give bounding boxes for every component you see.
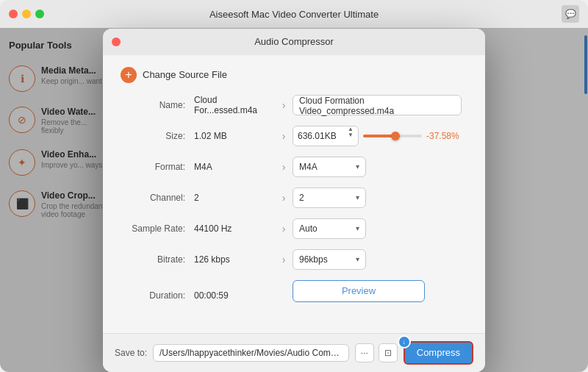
format-label: Format: bbox=[121, 162, 194, 172]
add-icon: + bbox=[121, 67, 137, 83]
slider-thumb[interactable] bbox=[391, 132, 400, 140]
preview-button[interactable]: Preview bbox=[293, 280, 425, 302]
channel-label: Channel: bbox=[121, 193, 194, 203]
bitrate-label: Bitrate: bbox=[121, 254, 194, 265]
name-value: Cloud For...essed.m4a bbox=[194, 95, 275, 115]
chevron-down-icon: ▾ bbox=[356, 193, 359, 201]
main-content: Popular Tools ℹ Media Meta... Keep origi… bbox=[0, 28, 588, 372]
bitrate-row: Bitrate: 126 kbps › 96kbps ▾ bbox=[121, 249, 467, 270]
name-row: Name: Cloud For...essed.m4a › Cloud Form… bbox=[121, 95, 467, 115]
size-arrow: › bbox=[275, 130, 293, 142]
chat-icon[interactable]: 💬 bbox=[562, 5, 579, 23]
duration-label: Duration: bbox=[121, 290, 194, 301]
size-slider[interactable] bbox=[363, 135, 422, 137]
bitrate-value: 126 kbps bbox=[194, 254, 275, 265]
channel-row: Channel: 2 › 2 ▾ bbox=[121, 187, 467, 208]
format-row: Format: M4A › M4A ▾ bbox=[121, 157, 467, 177]
chevron-down-icon: ▾ bbox=[356, 224, 359, 232]
footer-icons: ··· ⊡ bbox=[355, 343, 398, 362]
window-controls bbox=[9, 10, 44, 18]
modal-overlay: Audio Compressor + Change Source File Na… bbox=[0, 28, 588, 372]
dots-icon-button[interactable]: ··· bbox=[355, 343, 374, 362]
duration-value: 00:00:59 bbox=[194, 290, 275, 301]
maximize-dot[interactable] bbox=[35, 10, 44, 18]
name-label: Name: bbox=[121, 100, 194, 110]
save-path[interactable]: /Users/lhappyacethinker/Movies/Audio Com… bbox=[153, 344, 349, 362]
format-select[interactable]: M4A ▾ bbox=[293, 157, 366, 177]
name-output-input[interactable]: Cloud Formation Video_compressed.m4a bbox=[293, 95, 462, 115]
folder-icon-button[interactable]: ⊡ bbox=[379, 343, 398, 362]
compress-button[interactable]: Compress bbox=[404, 341, 473, 365]
modal-title-bar: Audio Compressor bbox=[103, 29, 485, 55]
sample-rate-select[interactable]: Auto ▾ bbox=[293, 218, 366, 239]
slider-track bbox=[363, 135, 422, 137]
size-percent: -37.58% bbox=[426, 131, 459, 141]
size-row: Size: 1.02 MB › 636.01KB ▲ ▼ bbox=[121, 126, 467, 146]
bitrate-select[interactable]: 96kbps ▾ bbox=[293, 249, 366, 270]
duration-row: Duration: 00:00:59 › Preview bbox=[121, 280, 467, 311]
modal-body: + Change Source File Name: Cloud For...e… bbox=[103, 55, 485, 333]
size-stepper[interactable]: ▲ ▼ bbox=[348, 126, 354, 146]
chevron-down-icon: ▾ bbox=[356, 255, 359, 263]
compress-button-wrapper: ↓ Compress bbox=[404, 341, 473, 365]
audio-compressor-modal: Audio Compressor + Change Source File Na… bbox=[103, 29, 485, 372]
close-dot[interactable] bbox=[9, 10, 18, 18]
chevron-down-icon: ▾ bbox=[356, 162, 359, 171]
modal-close-button[interactable] bbox=[112, 37, 121, 46]
app-title: Aiseesoft Mac Video Converter Ultimate bbox=[209, 9, 379, 20]
size-output-input[interactable]: 636.01KB ▲ ▼ bbox=[293, 126, 359, 146]
stepper-down[interactable]: ▼ bbox=[348, 132, 354, 138]
name-arrow: › bbox=[275, 99, 293, 111]
title-bar: Aiseesoft Mac Video Converter Ultimate 💬 bbox=[0, 0, 588, 28]
save-to-label: Save to: bbox=[115, 348, 147, 358]
minimize-dot[interactable] bbox=[22, 10, 31, 18]
format-value: M4A bbox=[194, 162, 275, 172]
channel-select[interactable]: 2 ▾ bbox=[293, 187, 366, 208]
channel-arrow: › bbox=[275, 192, 293, 204]
modal-title: Audio Compressor bbox=[254, 36, 334, 47]
size-label: Size: bbox=[121, 131, 194, 141]
app-window: Aiseesoft Mac Video Converter Ultimate 💬… bbox=[0, 0, 588, 372]
bitrate-arrow: › bbox=[275, 254, 293, 265]
channel-value: 2 bbox=[194, 193, 275, 203]
format-arrow: › bbox=[275, 161, 293, 173]
sample-rate-row: Sample Rate: 44100 Hz › Auto ▾ bbox=[121, 218, 467, 239]
compress-badge: ↓ bbox=[398, 335, 411, 348]
change-source-file-button[interactable]: + Change Source File bbox=[121, 67, 467, 83]
size-value: 1.02 MB bbox=[194, 131, 275, 141]
modal-footer: Save to: /Users/lhappyacethinker/Movies/… bbox=[103, 333, 485, 372]
sample-rate-value: 44100 Hz bbox=[194, 223, 275, 234]
sample-rate-label: Sample Rate: bbox=[121, 223, 194, 234]
right-area: Audio Compressor + Change Source File Na… bbox=[114, 28, 588, 372]
add-file-label: Change Source File bbox=[143, 69, 227, 80]
sample-arrow: › bbox=[275, 223, 293, 235]
